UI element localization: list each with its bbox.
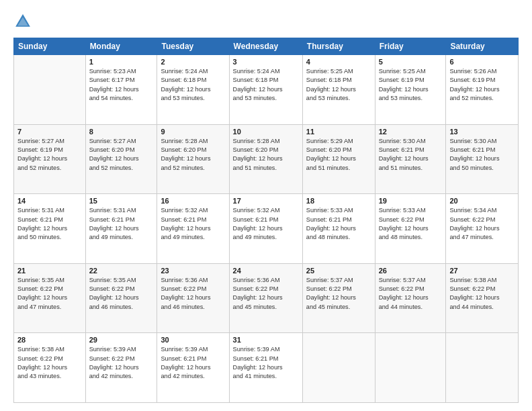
week-row-4: 21Sunrise: 5:35 AMSunset: 6:22 PMDayligh…: [14, 263, 519, 333]
day-info: Sunrise: 5:37 AMSunset: 6:22 PMDaylight:…: [379, 276, 443, 312]
header-day-thursday: Thursday: [302, 38, 375, 55]
day-number: 20: [449, 197, 515, 205]
day-info: Sunrise: 5:28 AMSunset: 6:20 PMDaylight:…: [161, 137, 225, 173]
day-info: Sunrise: 5:26 AMSunset: 6:19 PMDaylight:…: [449, 67, 515, 103]
day-cell: 5Sunrise: 5:25 AMSunset: 6:19 PMDaylight…: [375, 55, 446, 125]
day-cell: 16Sunrise: 5:32 AMSunset: 6:21 PMDayligh…: [157, 194, 229, 264]
day-info: Sunrise: 5:30 AMSunset: 6:21 PMDaylight:…: [379, 137, 443, 173]
day-cell: 14Sunrise: 5:31 AMSunset: 6:21 PMDayligh…: [14, 194, 86, 264]
day-cell: 18Sunrise: 5:33 AMSunset: 6:21 PMDayligh…: [302, 194, 375, 264]
day-info: Sunrise: 5:28 AMSunset: 6:20 PMDaylight:…: [233, 137, 299, 173]
header-day-friday: Friday: [375, 38, 446, 55]
day-number: 7: [17, 128, 82, 136]
day-info: Sunrise: 5:27 AMSunset: 6:20 PMDaylight:…: [89, 137, 154, 173]
day-info: Sunrise: 5:35 AMSunset: 6:22 PMDaylight:…: [17, 276, 82, 312]
day-info: Sunrise: 5:33 AMSunset: 6:21 PMDaylight:…: [306, 206, 371, 242]
day-number: 1: [89, 58, 154, 66]
day-cell: 20Sunrise: 5:34 AMSunset: 6:22 PMDayligh…: [446, 194, 519, 264]
day-number: 25: [306, 267, 371, 275]
day-number: 29: [89, 336, 154, 344]
day-number: 11: [306, 128, 371, 136]
day-cell: 31Sunrise: 5:39 AMSunset: 6:21 PMDayligh…: [229, 333, 302, 403]
day-number: 21: [17, 267, 82, 275]
logo: [13, 12, 34, 31]
day-cell: [14, 55, 86, 125]
day-cell: 10Sunrise: 5:28 AMSunset: 6:20 PMDayligh…: [229, 124, 302, 194]
day-number: 19: [379, 197, 443, 205]
day-info: Sunrise: 5:33 AMSunset: 6:22 PMDaylight:…: [379, 206, 443, 242]
logo-icon: [13, 12, 32, 31]
day-number: 30: [161, 336, 225, 344]
day-info: Sunrise: 5:30 AMSunset: 6:21 PMDaylight:…: [449, 137, 515, 173]
week-row-5: 28Sunrise: 5:38 AMSunset: 6:22 PMDayligh…: [14, 333, 519, 403]
day-number: 10: [233, 128, 299, 136]
day-cell: 13Sunrise: 5:30 AMSunset: 6:21 PMDayligh…: [446, 124, 519, 194]
day-cell: 23Sunrise: 5:36 AMSunset: 6:22 PMDayligh…: [157, 263, 229, 333]
header-day-tuesday: Tuesday: [157, 38, 229, 55]
page: SundayMondayTuesdayWednesdayThursdayFrid…: [0, 0, 532, 411]
day-number: 22: [89, 267, 154, 275]
day-cell: [302, 333, 375, 403]
header: [13, 12, 519, 31]
header-day-monday: Monday: [85, 38, 157, 55]
header-row: SundayMondayTuesdayWednesdayThursdayFrid…: [14, 38, 519, 55]
day-number: 16: [161, 197, 225, 205]
week-row-2: 7Sunrise: 5:27 AMSunset: 6:19 PMDaylight…: [14, 124, 519, 194]
day-number: 26: [379, 267, 443, 275]
day-cell: 12Sunrise: 5:30 AMSunset: 6:21 PMDayligh…: [375, 124, 446, 194]
day-cell: 29Sunrise: 5:39 AMSunset: 6:22 PMDayligh…: [85, 333, 157, 403]
day-number: 23: [161, 267, 225, 275]
day-info: Sunrise: 5:32 AMSunset: 6:21 PMDaylight:…: [233, 206, 299, 242]
day-number: 24: [233, 267, 299, 275]
day-cell: 25Sunrise: 5:37 AMSunset: 6:22 PMDayligh…: [302, 263, 375, 333]
day-info: Sunrise: 5:34 AMSunset: 6:22 PMDaylight:…: [449, 206, 515, 242]
day-info: Sunrise: 5:36 AMSunset: 6:22 PMDaylight:…: [161, 276, 225, 312]
day-cell: 22Sunrise: 5:35 AMSunset: 6:22 PMDayligh…: [85, 263, 157, 333]
day-info: Sunrise: 5:23 AMSunset: 6:17 PMDaylight:…: [89, 67, 154, 103]
day-cell: 2Sunrise: 5:24 AMSunset: 6:18 PMDaylight…: [157, 55, 229, 125]
day-cell: 3Sunrise: 5:24 AMSunset: 6:18 PMDaylight…: [229, 55, 302, 125]
day-number: 17: [233, 197, 299, 205]
header-day-sunday: Sunday: [14, 38, 86, 55]
day-cell: 4Sunrise: 5:25 AMSunset: 6:18 PMDaylight…: [302, 55, 375, 125]
day-cell: 28Sunrise: 5:38 AMSunset: 6:22 PMDayligh…: [14, 333, 86, 403]
day-info: Sunrise: 5:31 AMSunset: 6:21 PMDaylight:…: [17, 206, 82, 242]
day-cell: 8Sunrise: 5:27 AMSunset: 6:20 PMDaylight…: [85, 124, 157, 194]
week-row-3: 14Sunrise: 5:31 AMSunset: 6:21 PMDayligh…: [14, 194, 519, 264]
day-number: 3: [233, 58, 299, 66]
day-number: 12: [379, 128, 443, 136]
day-info: Sunrise: 5:27 AMSunset: 6:19 PMDaylight:…: [17, 137, 82, 173]
day-cell: [375, 333, 446, 403]
day-cell: 21Sunrise: 5:35 AMSunset: 6:22 PMDayligh…: [14, 263, 86, 333]
day-number: 6: [449, 58, 515, 66]
day-cell: 27Sunrise: 5:38 AMSunset: 6:22 PMDayligh…: [446, 263, 519, 333]
calendar-header: SundayMondayTuesdayWednesdayThursdayFrid…: [14, 38, 519, 55]
day-info: Sunrise: 5:32 AMSunset: 6:21 PMDaylight:…: [161, 206, 225, 242]
day-info: Sunrise: 5:25 AMSunset: 6:19 PMDaylight:…: [379, 67, 443, 103]
day-number: 15: [89, 197, 154, 205]
day-info: Sunrise: 5:35 AMSunset: 6:22 PMDaylight:…: [89, 276, 154, 312]
header-day-saturday: Saturday: [446, 38, 519, 55]
week-row-1: 1Sunrise: 5:23 AMSunset: 6:17 PMDaylight…: [14, 55, 519, 125]
day-info: Sunrise: 5:25 AMSunset: 6:18 PMDaylight:…: [306, 67, 371, 103]
day-number: 28: [17, 336, 82, 344]
day-info: Sunrise: 5:24 AMSunset: 6:18 PMDaylight:…: [233, 67, 299, 103]
day-cell: 17Sunrise: 5:32 AMSunset: 6:21 PMDayligh…: [229, 194, 302, 264]
day-cell: 15Sunrise: 5:31 AMSunset: 6:21 PMDayligh…: [85, 194, 157, 264]
day-info: Sunrise: 5:39 AMSunset: 6:21 PMDaylight:…: [161, 345, 225, 381]
day-cell: 6Sunrise: 5:26 AMSunset: 6:19 PMDaylight…: [446, 55, 519, 125]
calendar-body: 1Sunrise: 5:23 AMSunset: 6:17 PMDaylight…: [14, 55, 519, 403]
day-cell: 11Sunrise: 5:29 AMSunset: 6:20 PMDayligh…: [302, 124, 375, 194]
day-cell: 9Sunrise: 5:28 AMSunset: 6:20 PMDaylight…: [157, 124, 229, 194]
day-info: Sunrise: 5:37 AMSunset: 6:22 PMDaylight:…: [306, 276, 371, 312]
day-info: Sunrise: 5:36 AMSunset: 6:22 PMDaylight:…: [233, 276, 299, 312]
day-number: 31: [233, 336, 299, 344]
day-number: 18: [306, 197, 371, 205]
day-number: 4: [306, 58, 371, 66]
day-cell: 1Sunrise: 5:23 AMSunset: 6:17 PMDaylight…: [85, 55, 157, 125]
day-info: Sunrise: 5:39 AMSunset: 6:21 PMDaylight:…: [233, 345, 299, 381]
calendar-table: SundayMondayTuesdayWednesdayThursdayFrid…: [13, 38, 519, 403]
day-info: Sunrise: 5:39 AMSunset: 6:22 PMDaylight:…: [89, 345, 154, 381]
day-number: 5: [379, 58, 443, 66]
day-number: 8: [89, 128, 154, 136]
